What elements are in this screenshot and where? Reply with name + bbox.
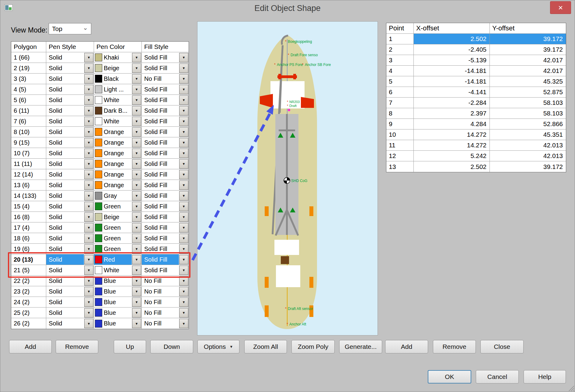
x-offset-cell[interactable]: 2.502 bbox=[414, 34, 490, 44]
pen-color-dropdown-button[interactable]: ▼ bbox=[132, 170, 141, 179]
fill-style-cell[interactable]: Solid Fill▼ bbox=[142, 201, 189, 211]
point-row[interactable]: 82.39758.103 bbox=[386, 108, 566, 119]
close-button[interactable]: × bbox=[550, 1, 571, 14]
fill-style-cell[interactable]: Solid Fill▼ bbox=[142, 137, 189, 148]
pen-color-dropdown-button[interactable]: ▼ bbox=[132, 308, 141, 318]
pen-color-cell[interactable]: White▼ bbox=[94, 95, 142, 105]
polygon-id-cell[interactable]: 8 (10) bbox=[11, 127, 46, 137]
polygon-row[interactable]: 6 (11)Solid▼Dark B...▼Solid Fill▼ bbox=[11, 105, 189, 116]
pen-color-cell[interactable]: Blue▼ bbox=[94, 297, 142, 307]
options-button[interactable]: Options ▼ bbox=[197, 340, 239, 353]
generate-button[interactable]: Generate... bbox=[339, 340, 382, 353]
y-offset-cell[interactable]: 42.017 bbox=[490, 66, 566, 76]
pen-style-cell[interactable]: Solid▼ bbox=[46, 52, 94, 63]
pen-style-dropdown-button[interactable]: ▼ bbox=[84, 234, 93, 243]
pen-style-cell[interactable]: Solid▼ bbox=[46, 63, 94, 73]
pen-color-cell[interactable]: White▼ bbox=[94, 265, 142, 275]
pen-style-dropdown-button[interactable]: ▼ bbox=[84, 191, 93, 201]
pen-color-cell[interactable]: Green▼ bbox=[94, 201, 142, 211]
pen-color-cell[interactable]: Red▼ bbox=[94, 254, 142, 265]
polygon-row[interactable]: 14 (133)Solid▼Gray▼Solid Fill▼ bbox=[11, 191, 189, 201]
fill-style-cell[interactable]: Solid Fill▼ bbox=[142, 84, 189, 95]
polygon-id-cell[interactable]: 3 (3) bbox=[11, 74, 46, 84]
view-mode-select[interactable]: Top ⌄ bbox=[49, 23, 91, 34]
pen-color-dropdown-button[interactable]: ▼ bbox=[132, 244, 141, 254]
polygon-row[interactable]: 22 (2)Solid▼Blue▼No Fill▼ bbox=[11, 276, 189, 286]
x-offset-cell[interactable]: -14.181 bbox=[414, 76, 490, 87]
fill-style-dropdown-button[interactable]: ▼ bbox=[179, 159, 188, 169]
pen-style-dropdown-button[interactable]: ▼ bbox=[84, 53, 93, 62]
pen-style-cell[interactable]: Solid▼ bbox=[46, 159, 94, 169]
fill-style-cell[interactable]: Solid Fill▼ bbox=[142, 95, 189, 105]
fill-style-dropdown-button[interactable]: ▼ bbox=[179, 276, 188, 286]
polygon-row[interactable]: 20 (13)Solid▼Red▼Solid Fill▼ bbox=[11, 254, 189, 265]
pen-style-cell[interactable]: Solid▼ bbox=[46, 180, 94, 190]
polygon-row[interactable]: 17 (4)Solid▼Green▼Solid Fill▼ bbox=[11, 222, 189, 233]
fill-style-dropdown-button[interactable]: ▼ bbox=[179, 170, 188, 179]
fill-style-cell[interactable]: Solid Fill▼ bbox=[142, 52, 189, 63]
fill-style-cell[interactable]: Solid Fill▼ bbox=[142, 244, 189, 254]
y-offset-cell[interactable]: 45.351 bbox=[490, 129, 566, 140]
point-number-cell[interactable]: 5 bbox=[386, 76, 414, 87]
pen-color-dropdown-button[interactable]: ▼ bbox=[132, 202, 141, 211]
polygon-id-cell[interactable]: 18 (6) bbox=[11, 233, 46, 243]
polygon-id-cell[interactable]: 4 (5) bbox=[11, 84, 46, 95]
x-offset-cell[interactable]: -5.139 bbox=[414, 55, 490, 65]
fill-style-cell[interactable]: No Fill▼ bbox=[142, 297, 189, 307]
polygon-row[interactable]: 18 (6)Solid▼Green▼Solid Fill▼ bbox=[11, 233, 189, 244]
help-button[interactable]: Help bbox=[524, 370, 566, 383]
polygon-id-cell[interactable]: 17 (4) bbox=[11, 222, 46, 233]
point-row[interactable]: 94.28452.866 bbox=[386, 119, 566, 129]
pen-style-cell[interactable]: Solid▼ bbox=[46, 254, 94, 265]
pen-style-dropdown-button[interactable]: ▼ bbox=[84, 74, 93, 84]
pen-style-dropdown-button[interactable]: ▼ bbox=[84, 106, 93, 115]
pen-color-cell[interactable]: Khaki▼ bbox=[94, 52, 142, 63]
pen-color-cell[interactable]: Orange▼ bbox=[94, 148, 142, 158]
pen-style-dropdown-button[interactable]: ▼ bbox=[84, 138, 93, 147]
pen-color-cell[interactable]: Orange▼ bbox=[94, 180, 142, 190]
fill-style-cell[interactable]: Solid Fill▼ bbox=[142, 159, 189, 169]
fill-style-cell[interactable]: Solid Fill▼ bbox=[142, 191, 189, 201]
fill-style-cell[interactable]: Solid Fill▼ bbox=[142, 233, 189, 243]
polygon-id-cell[interactable]: 21 (5) bbox=[11, 265, 46, 275]
point-row[interactable]: 5-14.18145.325 bbox=[386, 76, 566, 87]
fill-style-dropdown-button[interactable]: ▼ bbox=[179, 266, 188, 275]
fill-style-dropdown-button[interactable]: ▼ bbox=[179, 255, 188, 264]
polygon-id-cell[interactable]: 10 (7) bbox=[11, 148, 46, 158]
pen-color-cell[interactable]: Orange▼ bbox=[94, 169, 142, 180]
polygon-row[interactable]: 4 (5)Solid▼Light ...▼Solid Fill▼ bbox=[11, 84, 189, 95]
polygon-id-cell[interactable]: 5 (6) bbox=[11, 95, 46, 105]
polygon-id-cell[interactable]: 14 (133) bbox=[11, 191, 46, 201]
polygon-row[interactable]: 1 (66)Solid▼Khaki▼Solid Fill▼ bbox=[11, 52, 189, 63]
pen-style-cell[interactable]: Solid▼ bbox=[46, 244, 94, 254]
point-number-cell[interactable]: 12 bbox=[386, 151, 414, 161]
pen-color-dropdown-button[interactable]: ▼ bbox=[132, 106, 141, 115]
polygon-row[interactable]: 21 (5)Solid▼White▼Solid Fill▼ bbox=[11, 265, 189, 276]
pen-color-dropdown-button[interactable]: ▼ bbox=[132, 287, 141, 296]
pen-color-cell[interactable]: Black▼ bbox=[94, 74, 142, 84]
y-offset-cell[interactable]: 52.875 bbox=[490, 87, 566, 97]
fill-style-dropdown-button[interactable]: ▼ bbox=[179, 138, 188, 147]
fill-style-dropdown-button[interactable]: ▼ bbox=[179, 53, 188, 62]
zoom-all-button[interactable]: Zoom All bbox=[244, 340, 287, 353]
x-offset-cell[interactable]: 4.284 bbox=[414, 119, 490, 129]
polygon-row[interactable]: 7 (6)Solid▼White▼Solid Fill▼ bbox=[11, 116, 189, 127]
y-offset-cell[interactable]: 42.013 bbox=[490, 151, 566, 161]
polygon-row[interactable]: 9 (15)Solid▼Orange▼Solid Fill▼ bbox=[11, 137, 189, 148]
pen-style-dropdown-button[interactable]: ▼ bbox=[84, 212, 93, 222]
pen-style-cell[interactable]: Solid▼ bbox=[46, 286, 94, 297]
pen-color-cell[interactable]: Beige▼ bbox=[94, 63, 142, 73]
pen-color-dropdown-button[interactable]: ▼ bbox=[132, 266, 141, 275]
pen-color-cell[interactable]: Orange▼ bbox=[94, 127, 142, 137]
pen-color-cell[interactable]: Blue▼ bbox=[94, 276, 142, 286]
fill-style-cell[interactable]: Solid Fill▼ bbox=[142, 105, 189, 116]
pen-color-dropdown-button[interactable]: ▼ bbox=[132, 276, 141, 286]
fill-style-dropdown-button[interactable]: ▼ bbox=[179, 181, 188, 190]
pen-style-cell[interactable]: Solid▼ bbox=[46, 276, 94, 286]
resize-grip[interactable] bbox=[567, 384, 574, 391]
point-row[interactable]: 3-5.13942.017 bbox=[386, 55, 566, 66]
pen-color-dropdown-button[interactable]: ▼ bbox=[132, 74, 141, 84]
ok-button[interactable]: OK bbox=[428, 370, 471, 383]
fill-style-cell[interactable]: Solid Fill▼ bbox=[142, 127, 189, 137]
fill-style-dropdown-button[interactable]: ▼ bbox=[179, 149, 188, 158]
